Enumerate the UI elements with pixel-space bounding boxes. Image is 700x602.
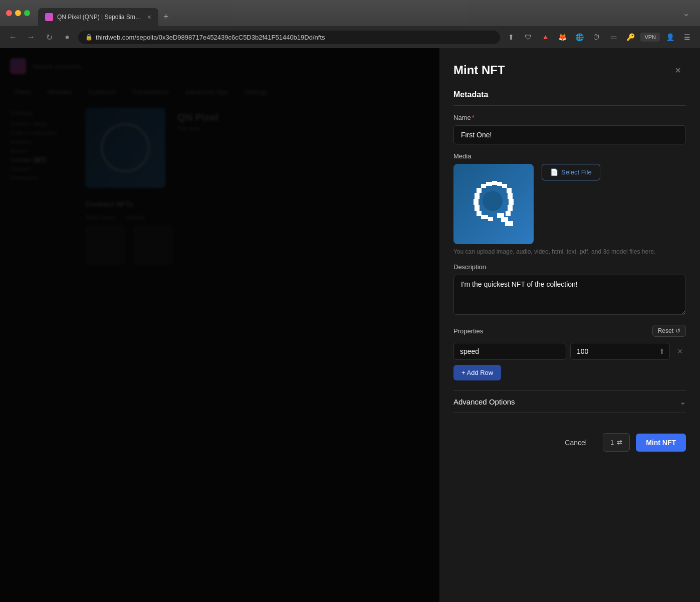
svg-rect-5 xyxy=(477,188,482,193)
browser-toolbar: ← → ↻ ● 🔒 thirdweb.com/sepolia/0x3eD9898… xyxy=(0,26,700,48)
advanced-options-row[interactable]: Advanced Options ⌄ xyxy=(453,390,686,413)
name-input[interactable] xyxy=(453,125,686,144)
description-field-container: Description I'm the quickest NFT of the … xyxy=(453,263,686,325)
media-hint-text: You can upload image, audio, video, html… xyxy=(453,248,686,255)
lock-icon: 🔒 xyxy=(85,34,93,41)
svg-rect-6 xyxy=(475,193,480,199)
svg-rect-14 xyxy=(506,211,511,216)
file-icon: 📄 xyxy=(550,168,558,176)
extension-icon-3[interactable]: ⏱ xyxy=(589,30,603,44)
browser-titlebar: QN Pixel (QNP) | Sepolia Smar... × + ⌄ xyxy=(0,0,700,26)
close-traffic-light[interactable] xyxy=(6,10,12,16)
active-tab[interactable]: QN Pixel (QNP) | Sepolia Smar... × xyxy=(38,8,158,26)
description-label: Description xyxy=(453,263,686,271)
q-logo-image xyxy=(463,174,524,234)
properties-section: Properties Reset ↺ ⬆ × + Add Row xyxy=(453,325,686,380)
brave-shield-button[interactable]: 🛡 xyxy=(521,30,535,44)
required-indicator: * xyxy=(472,114,475,121)
tab-favicon xyxy=(45,13,53,21)
property-key-input[interactable] xyxy=(453,343,566,360)
menu-button[interactable]: ☰ xyxy=(680,30,694,44)
svg-point-20 xyxy=(483,191,503,211)
address-bar[interactable]: 🔒 thirdweb.com/sepolia/0x3eD9898717e4524… xyxy=(78,31,500,44)
property-value-wrapper: ⬆ xyxy=(570,343,670,360)
tab-title: QN Pixel (QNP) | Sepolia Smar... xyxy=(57,14,143,21)
svg-rect-9 xyxy=(477,211,482,216)
share-button[interactable]: ⬆ xyxy=(504,30,518,44)
wallet-icon[interactable]: ▭ xyxy=(606,30,620,44)
brave-rewards-button[interactable]: 🔺 xyxy=(538,30,552,44)
chevron-down-icon: ⌄ xyxy=(679,397,686,407)
reload-button[interactable]: ↻ xyxy=(42,30,56,44)
quantity-icon: ⇄ xyxy=(617,439,622,446)
tab-close-icon[interactable]: × xyxy=(147,13,151,21)
media-section: Media xyxy=(453,152,686,255)
address-text: thirdweb.com/sepolia/0x3eD9898717e452439… xyxy=(96,34,493,41)
svg-rect-0 xyxy=(481,184,486,188)
svg-rect-2 xyxy=(492,181,497,185)
svg-rect-1 xyxy=(486,182,492,186)
svg-rect-11 xyxy=(508,193,513,199)
main-content: Search contracts... Token Modules Contra… xyxy=(0,48,700,602)
close-modal-button[interactable]: × xyxy=(670,62,686,78)
svg-rect-10 xyxy=(507,188,512,193)
add-row-button[interactable]: + Add Row xyxy=(453,365,501,380)
svg-rect-12 xyxy=(509,199,514,205)
property-upload-icon: ⬆ xyxy=(659,347,665,355)
metadata-section-title: Metadata xyxy=(453,90,686,106)
reset-icon: ↺ xyxy=(675,327,680,334)
back-button[interactable]: ← xyxy=(6,30,20,44)
svg-rect-8 xyxy=(475,205,480,211)
maximize-traffic-light[interactable] xyxy=(24,10,30,16)
modal-title: Mint NFT xyxy=(453,63,505,77)
extension-icon-2[interactable]: 🌐 xyxy=(572,30,586,44)
quantity-button[interactable]: 1 ⇄ xyxy=(603,433,630,452)
property-remove-button[interactable]: × xyxy=(674,345,686,357)
reset-button[interactable]: Reset ↺ xyxy=(652,325,686,337)
svg-rect-3 xyxy=(497,182,502,186)
modal-panel: Mint NFT × Metadata Name* Media xyxy=(439,48,700,602)
browser-tabs: QN Pixel (QNP) | Sepolia Smar... × + xyxy=(38,0,674,26)
profile-icon[interactable]: 👤 xyxy=(663,30,677,44)
vpn-badge[interactable]: VPN xyxy=(640,33,660,42)
password-manager-icon[interactable]: 🔑 xyxy=(623,30,637,44)
name-field-container: Name* xyxy=(453,114,686,152)
svg-rect-16 xyxy=(488,217,493,221)
extension-icon-1[interactable]: 🦊 xyxy=(555,30,569,44)
new-tab-button[interactable]: + xyxy=(159,10,173,24)
svg-rect-4 xyxy=(502,184,507,188)
media-preview xyxy=(453,164,534,244)
bookmark-button[interactable]: ● xyxy=(60,30,74,44)
cancel-button[interactable]: Cancel xyxy=(555,434,597,452)
modal-header: Mint NFT × xyxy=(453,62,686,78)
advanced-options-label: Advanced Options xyxy=(453,397,515,406)
properties-header: Properties Reset ↺ xyxy=(453,325,686,337)
forward-button[interactable]: → xyxy=(24,30,38,44)
browser-chrome: QN Pixel (QNP) | Sepolia Smar... × + ⌄ ←… xyxy=(0,0,700,48)
media-upload-area: 📄 Select File xyxy=(453,164,686,244)
name-label: Name* xyxy=(453,114,686,121)
window-controls-icon[interactable]: ⌄ xyxy=(678,6,694,21)
traffic-lights xyxy=(6,10,30,16)
modal-footer: Cancel 1 ⇄ Mint NFT xyxy=(453,425,686,452)
svg-rect-7 xyxy=(474,199,479,205)
description-input[interactable]: I'm the quickest NFT of the collection! xyxy=(453,275,686,315)
mint-nft-button[interactable]: Mint NFT xyxy=(636,434,686,452)
toolbar-icons: ⬆ 🛡 🔺 🦊 🌐 ⏱ ▭ 🔑 VPN 👤 ☰ xyxy=(504,30,694,44)
media-upload-controls: 📄 Select File xyxy=(542,164,600,180)
svg-rect-15 xyxy=(481,215,488,219)
properties-label: Properties xyxy=(453,327,483,335)
modal-overlay: Mint NFT × Metadata Name* Media xyxy=(0,48,700,602)
svg-rect-13 xyxy=(508,205,513,211)
property-value-input[interactable] xyxy=(570,343,670,360)
media-label: Media xyxy=(453,152,686,160)
svg-rect-19 xyxy=(505,221,513,226)
property-row: ⬆ × xyxy=(453,343,686,360)
minimize-traffic-light[interactable] xyxy=(15,10,21,16)
select-file-button[interactable]: 📄 Select File xyxy=(542,164,600,180)
